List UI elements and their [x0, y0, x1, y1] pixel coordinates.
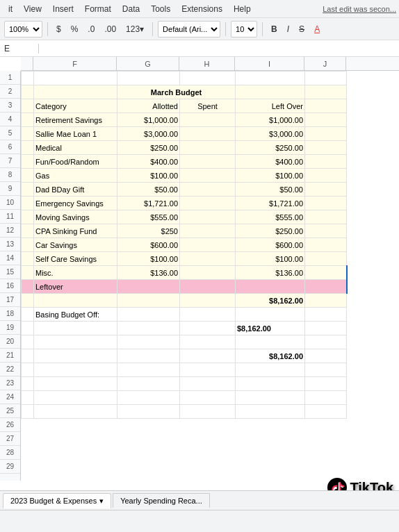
divider-4 — [262, 22, 263, 36]
table-row: Moving Savings $555.00 $555.00 — [22, 210, 347, 224]
active-tab-label: 2023 Budget & Expenses — [10, 497, 97, 505]
menu-it[interactable]: it — [3, 4, 18, 14]
row-num-8: 8 — [0, 168, 20, 182]
row-num-25: 25 — [0, 404, 20, 418]
row-num-5: 5 — [0, 126, 20, 140]
table-row: $8,162.00 — [22, 349, 347, 363]
italic-button[interactable]: I — [284, 23, 293, 35]
formula-bar: E — [0, 40, 399, 57]
menu-data[interactable]: Data — [117, 4, 145, 14]
menu-bar: it View Insert Format Data Tools Extensi… — [0, 0, 399, 18]
cell-reference: E — [4, 44, 39, 53]
row-num-29: 29 — [0, 460, 20, 474]
table-row: Dad BDay Gift $50.00 $50.00 — [22, 183, 347, 197]
table-row: CPA Sinking Fund $250 $250.00 — [22, 224, 347, 238]
row-num-23: 23 — [0, 376, 20, 390]
col-allotted-header: Allotted — [117, 99, 180, 113]
leftover-row: Leftover — [22, 280, 347, 294]
row-num-21: 21 — [0, 349, 20, 363]
row-num-26: 26 — [0, 418, 20, 432]
col-leftover-header: Left Over — [236, 99, 305, 113]
grid-content: 1 2 3 4 5 6 7 8 9 10 11 12 13 14 15 16 1… — [0, 71, 399, 481]
row-num-6: 6 — [0, 140, 20, 154]
table-row: Car Savings $600.00 $600.00 — [22, 238, 347, 252]
tab-dropdown-icon[interactable]: ▾ — [99, 497, 104, 506]
table-row: Sallie Mae Loan 1 $3,000.00 $3,000.00 — [22, 127, 347, 141]
col-header-f: F — [33, 57, 117, 70]
row-num-27: 27 — [0, 432, 20, 446]
divider-2 — [152, 22, 153, 36]
bold-button[interactable]: B — [268, 23, 281, 35]
table-row — [22, 405, 347, 419]
menu-view[interactable]: View — [18, 4, 47, 14]
zoom-group: 100% — [4, 21, 42, 38]
table-row: Gas $100.00 $100.00 — [22, 169, 347, 183]
table-row — [22, 391, 347, 405]
row-num-3: 3 — [0, 99, 20, 113]
underline-button[interactable]: A — [311, 23, 323, 35]
spreadsheet-area: F G H I J 1 2 3 4 5 6 7 8 9 10 11 12 13 … — [0, 57, 399, 481]
zoom-select[interactable]: 100% — [4, 21, 42, 38]
table-row: Category Allotted Spent Left Over — [22, 99, 347, 113]
table-row — [22, 377, 347, 391]
menu-help[interactable]: Help — [228, 4, 256, 14]
col-header-e — [21, 57, 33, 70]
row-num-20: 20 — [0, 335, 20, 349]
row-num-2: 2 — [0, 85, 20, 99]
format-num-btn[interactable]: 123▾ — [122, 23, 147, 35]
font-select[interactable]: Default (Ari... — [158, 21, 220, 38]
col-header-j: J — [304, 57, 346, 70]
menu-format[interactable]: Format — [79, 4, 117, 14]
table-row: March Budget — [22, 85, 347, 99]
table-row — [22, 335, 347, 349]
table-row: Misc. $136.00 $136.00 — [22, 266, 347, 280]
row-num-11: 11 — [0, 210, 20, 224]
table-row: $8,162.00 — [22, 294, 347, 308]
menu-insert[interactable]: Insert — [47, 4, 79, 14]
col-spent-header: Spent — [180, 99, 236, 113]
decimal-hundred-btn[interactable]: .00 — [101, 23, 120, 35]
dollar-btn[interactable]: $ — [53, 23, 65, 35]
last-edit-indicator: Last edit was secon... — [323, 5, 396, 13]
row-num-16: 16 — [0, 279, 20, 293]
other-sheet-tab[interactable]: Yearly Spending Reca... — [113, 493, 210, 508]
table-row — [22, 72, 347, 85]
menu-extensions[interactable]: Extensions — [176, 4, 228, 14]
row-num-13: 13 — [0, 238, 20, 251]
decimal-zero-btn[interactable]: .0 — [84, 23, 98, 35]
column-headers: F G H I J — [21, 57, 399, 71]
table-row: Retirement Savings $1,000.00 $1,000.00 — [22, 113, 347, 127]
row-num-24: 24 — [0, 390, 20, 404]
table-row: Self Care Savings $100.00 $100.00 — [22, 252, 347, 266]
row-num-15: 15 — [0, 265, 20, 279]
row-num-28: 28 — [0, 446, 20, 460]
active-sheet-tab[interactable]: 2023 Budget & Expenses ▾ — [3, 493, 111, 508]
row-num-10: 10 — [0, 196, 20, 210]
sheet-tabs-bar: 2023 Budget & Expenses ▾ Yearly Spending… — [0, 490, 399, 510]
row-num-18: 18 — [0, 307, 20, 321]
font-size-select[interactable]: 10 — [231, 21, 257, 38]
toolbar: 100% $ % .0 .00 123▾ Default (Ari... 10 … — [0, 18, 399, 40]
percent-btn[interactable]: % — [67, 23, 82, 35]
divider-3 — [225, 22, 226, 36]
row-num-22: 22 — [0, 363, 20, 376]
col-header-g: G — [117, 57, 179, 70]
budget-title: March Budget — [117, 85, 236, 99]
table-row: Emergency Savings $1,721.00 $1,721.00 — [22, 197, 347, 210]
divider-1 — [47, 22, 48, 36]
spreadsheet-table: March Budget Category Allotted Spent Lef… — [21, 71, 348, 419]
other-tab-label: Yearly Spending Reca... — [120, 497, 202, 505]
row-num-19: 19 — [0, 321, 20, 335]
row-num-1: 1 — [0, 71, 20, 85]
col-category-header: Category — [34, 99, 117, 113]
basing-label: Basing Budget Off: — [34, 308, 117, 322]
status-bar — [0, 510, 399, 532]
row-num-14: 14 — [0, 251, 20, 265]
table-row: Fun/Food/Random $400.00 $400.00 — [22, 155, 347, 169]
grid-cells: March Budget Category Allotted Spent Lef… — [21, 71, 399, 481]
menu-tools[interactable]: Tools — [145, 4, 176, 14]
strikethrough-button[interactable]: S — [295, 23, 308, 35]
table-row: $8,162.00 — [22, 322, 347, 335]
col-header-h: H — [179, 57, 235, 70]
table-row: Medical $250.00 $250.00 — [22, 141, 347, 155]
